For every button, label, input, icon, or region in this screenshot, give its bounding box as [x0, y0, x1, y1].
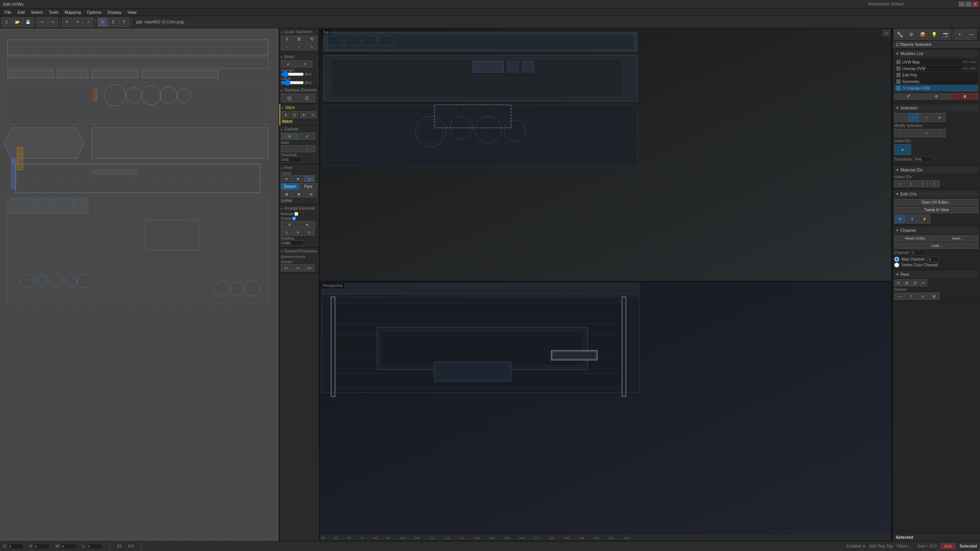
menu-view[interactable]: View — [124, 9, 140, 15]
edit-uvs-header[interactable]: ▼ Edit UVs — [894, 191, 978, 197]
edit-uv-btn-2[interactable]: 👤 — [906, 214, 918, 223]
arrange-btn-3[interactable]: ⊡ — [281, 229, 292, 236]
toolbar-btn-3[interactable]: 📦 — [917, 29, 928, 40]
seams-btn-3[interactable]: ∿ — [917, 293, 928, 300]
modifier-list-header[interactable]: ▼ Modifier List — [894, 50, 978, 57]
detach-button[interactable]: Detach — [281, 183, 299, 190]
move-button[interactable]: ✛ — [62, 18, 72, 27]
redo-button[interactable]: ↪ — [48, 18, 58, 27]
selection-threshold-input[interactable] — [914, 156, 933, 162]
explode-threshold-input[interactable] — [281, 157, 302, 162]
peel-extra-1[interactable]: ▦ — [281, 191, 292, 197]
config-btn[interactable]: ⚙ — [923, 93, 950, 99]
arrange-btn-2[interactable]: ⊠ — [299, 221, 315, 228]
rotate-button[interactable]: ↻ — [73, 18, 83, 27]
edit-uv-btn-1[interactable]: ⊞ — [894, 214, 906, 223]
mat-id-1[interactable]: 1 — [894, 180, 905, 187]
reshape-btn-2[interactable]: ⊙ — [299, 94, 315, 102]
sel-all-btn[interactable]: ⊞ — [933, 113, 946, 122]
explode-btn-1[interactable]: ⊞ — [281, 133, 298, 140]
brush-paint-btn[interactable]: 🖌 — [281, 60, 296, 67]
groups-btn-2[interactable]: G2 — [292, 264, 303, 271]
arrange-btn-1[interactable]: ⊞ — [281, 221, 298, 228]
toolbar-btn-7[interactable]: — — [966, 29, 977, 40]
mat-id-2[interactable]: 2 — [906, 180, 916, 187]
seams-btn-1[interactable]: — — [894, 293, 905, 300]
toolbar-btn-6[interactable]: + — [954, 29, 965, 40]
peel-right-header[interactable]: ▼ Peel — [894, 271, 978, 278]
falloff-slider[interactable] — [281, 81, 304, 84]
edge-mode[interactable]: E — [108, 18, 118, 27]
qt-btn-4[interactable]: ↔ — [281, 43, 292, 50]
viewport-bottom[interactable]: Perspective — [320, 282, 891, 535]
brush-select-btn[interactable]: ✦ — [297, 60, 312, 67]
mat-id-3[interactable]: 3 — [917, 180, 928, 187]
menu-display[interactable]: Display — [105, 9, 124, 15]
menu-mapping[interactable]: Mapping — [62, 9, 84, 15]
peel-extra-2[interactable]: ▣ — [293, 191, 305, 197]
save-channel-btn[interactable]: Save... — [937, 235, 978, 241]
sel-loop-btn[interactable]: ∞ — [920, 129, 933, 137]
qt-btn-3[interactable]: ⟲ — [306, 36, 317, 42]
select-by-1[interactable]: ■ — [894, 144, 911, 155]
explode-weld-btn[interactable]: ⋯ — [281, 145, 298, 152]
scale-button[interactable]: ⤢ — [83, 18, 93, 27]
status-l-input[interactable] — [87, 544, 102, 549]
maximize-button[interactable]: □ — [965, 2, 972, 7]
explode-icon-btn[interactable]: ⌇ — [299, 145, 315, 152]
reshape-btn-1[interactable]: ◎ — [281, 94, 298, 102]
expand-sel-btn[interactable]: + — [894, 129, 906, 137]
sel-face-btn[interactable]: □ — [920, 113, 933, 122]
vertex-color-radio[interactable] — [894, 262, 899, 267]
modifier-unwrap-uvw[interactable]: Unwrap UVW FFD 28/2 — [895, 65, 978, 72]
status-v-input[interactable] — [34, 544, 49, 549]
reset-uvws-btn[interactable]: Reset UVWs — [894, 235, 936, 241]
peel-right-btn-2[interactable]: ⊞ — [903, 279, 910, 286]
undo-button[interactable]: ↩ — [37, 18, 47, 27]
sel-edge-btn[interactable]: — — [907, 113, 920, 122]
map-channel-radio[interactable] — [894, 257, 899, 262]
open-uv-editor-btn[interactable]: Open UV Editor... — [894, 199, 978, 205]
open-button[interactable]: 📂 — [12, 18, 22, 27]
material-ids-header[interactable]: ▼ Material IDs — [894, 166, 978, 173]
face-mode[interactable]: F — [119, 18, 129, 27]
map-channel-value[interactable] — [928, 256, 939, 262]
seams-btn-2[interactable]: ⌇ — [906, 293, 916, 300]
stitch-btn-3[interactable]: ⊠ — [300, 111, 308, 118]
viewport-top[interactable]: Top ⊞ — [320, 28, 891, 282]
sel-vertex-btn[interactable]: · — [894, 113, 906, 122]
window-controls[interactable]: ─ □ ✕ — [959, 2, 978, 7]
modifier-unwrap-active[interactable]: ✎ Unwrap UVW — [895, 85, 978, 91]
menu-file[interactable]: File — [2, 9, 15, 15]
edit-uv-btn-3[interactable]: ⚡ — [919, 214, 930, 223]
pin-btn[interactable]: 📌 — [894, 93, 922, 99]
modifier-edit-poly[interactable]: Edit Poly — [895, 72, 978, 78]
explode-btn-2[interactable]: ⊟ — [299, 133, 315, 140]
modifier-symmetry[interactable]: Symmetry — [895, 78, 978, 85]
channel-input[interactable] — [911, 250, 926, 255]
arrange-btn-5[interactable]: ◰ — [304, 229, 315, 236]
menu-select[interactable]: Select — [28, 9, 46, 15]
tweak-in-view-btn[interactable]: Tweak In View — [894, 207, 978, 213]
menu-edit[interactable]: Edit — [15, 9, 28, 15]
sel-ring-btn[interactable]: ○ — [933, 129, 946, 137]
status-w-input[interactable] — [61, 544, 76, 549]
stitch-btn-2[interactable]: ⊟ — [291, 111, 299, 118]
contract-sel-btn[interactable]: - — [907, 129, 920, 137]
qt-btn-5[interactable]: ↕ — [293, 43, 305, 50]
modifier-uwv-map[interactable]: UVW Map FFD 28/2 — [895, 59, 978, 65]
rescale-checkbox[interactable] — [294, 212, 298, 216]
viewport-maximize-btn[interactable]: ⊞ — [883, 30, 890, 36]
peel-extra-3[interactable]: ▤ — [305, 191, 317, 197]
groups-btn-3[interactable]: G3 — [304, 264, 315, 271]
close-button[interactable]: ✕ — [972, 2, 978, 7]
peel-btn-3[interactable]: ◎ — [304, 175, 315, 182]
new-button[interactable]: 🗋 — [2, 18, 11, 27]
qt-btn-6[interactable]: ⤡ — [306, 43, 317, 50]
minimize-button[interactable]: ─ — [959, 2, 965, 7]
toolbar-btn-2[interactable]: ⚙ — [906, 29, 916, 40]
uv-canvas[interactable] — [0, 28, 279, 541]
mat-id-4[interactable]: 4 — [929, 180, 939, 187]
qt-btn-1[interactable]: ≡ — [281, 36, 292, 42]
auto-key-btn[interactable]: Auto — [941, 543, 956, 549]
